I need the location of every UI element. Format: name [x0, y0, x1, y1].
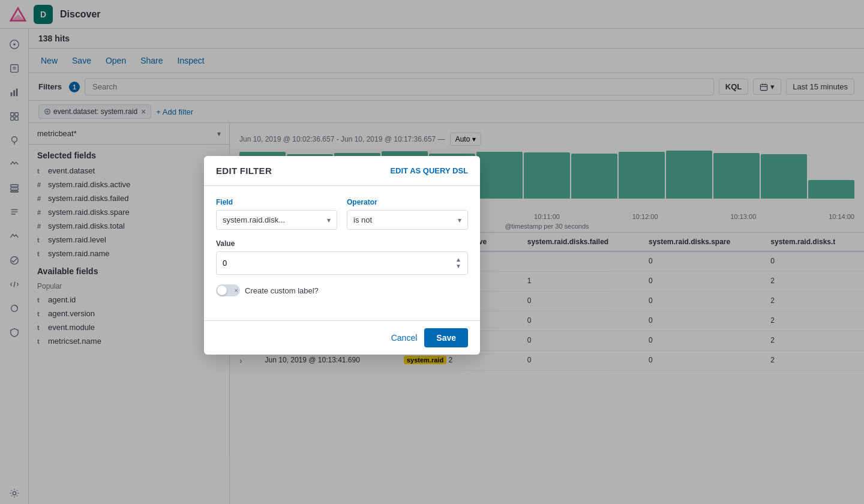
operator-selector-container: Operator is not ▾ [347, 198, 468, 230]
save-button[interactable]: Save [424, 328, 468, 347]
decrement-icon[interactable]: ▼ [455, 263, 461, 269]
toggle-knob [217, 286, 227, 295]
cancel-button[interactable]: Cancel [391, 333, 418, 343]
increment-icon[interactable]: ▲ [455, 257, 461, 263]
field-value: system.raid.disk... [223, 215, 285, 224]
field-selector-container: Field system.raid.disk... ▾ [216, 198, 337, 230]
operator-dropdown[interactable]: is not ▾ [347, 210, 468, 230]
modal-overlay[interactable]: EDIT FILTER EDIT AS QUERY DSL Field syst… [0, 0, 864, 504]
operator-chevron-icon: ▾ [458, 216, 461, 224]
value-input-container: ▲ ▼ [216, 251, 468, 275]
modal-field-operator-row: Field system.raid.disk... ▾ Operator is … [216, 198, 468, 230]
edit-filter-modal: EDIT FILTER EDIT AS QUERY DSL Field syst… [204, 156, 480, 355]
modal-body: Field system.raid.disk... ▾ Operator is … [204, 186, 480, 320]
modal-footer: Cancel Save [204, 320, 480, 355]
operator-label: Operator [347, 198, 468, 206]
custom-label-row: × Create custom label? [216, 284, 468, 296]
operator-value: is not [353, 215, 372, 224]
field-dropdown[interactable]: system.raid.disk... ▾ [216, 210, 337, 230]
modal-header: EDIT FILTER EDIT AS QUERY DSL [204, 156, 480, 186]
custom-label-text: Create custom label? [245, 286, 319, 295]
modal-title: EDIT FILTER [216, 166, 272, 176]
value-input[interactable] [223, 259, 455, 268]
field-chevron-icon: ▾ [327, 216, 331, 224]
value-section: Value ▲ ▼ [216, 239, 468, 275]
edit-as-query-dsl-button[interactable]: EDIT AS QUERY DSL [390, 166, 468, 175]
field-label: Field [216, 198, 337, 206]
custom-label-toggle[interactable]: × [216, 284, 240, 296]
toggle-off-icon: × [235, 287, 238, 294]
number-spinners: ▲ ▼ [455, 257, 461, 269]
value-label: Value [216, 239, 468, 248]
